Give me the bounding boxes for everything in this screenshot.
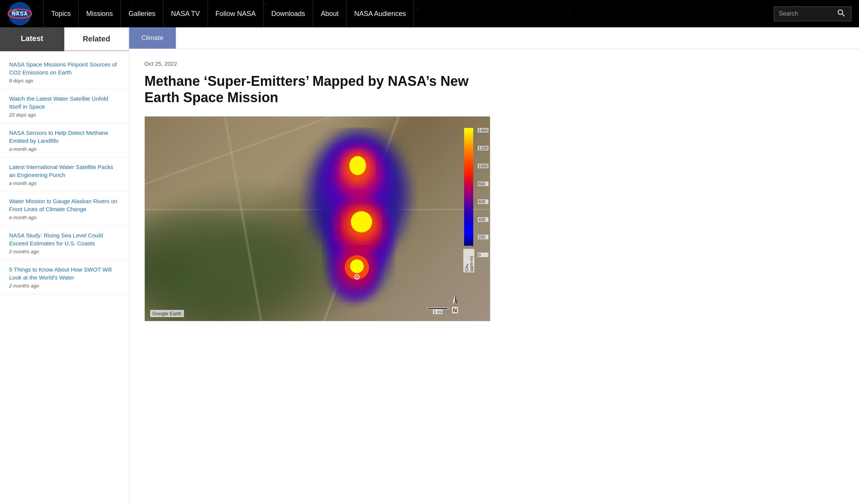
content-area: Climate Oct 25, 2022 Methane ‘Super-Emit… (129, 27, 859, 504)
sidebar-tabs: Latest Related (0, 27, 129, 51)
nav-item-downloads[interactable]: Downloads (264, 0, 313, 27)
article-link[interactable]: Watch the Latest Water Satellite Unfold … (9, 95, 120, 111)
svg-point-22 (356, 276, 358, 278)
scale-unit: CH₄ (ppm·m) (463, 249, 474, 272)
content-tabs: Climate (129, 27, 859, 49)
methane-plume-overlay (290, 128, 427, 310)
list-item: Water Mission to Gauge Alaskan Rivers on… (0, 192, 129, 226)
search-input[interactable] (779, 10, 836, 17)
time-ago: 2 months ago (9, 283, 120, 289)
methane-map-image: 1400 1200 1000 800 600 400 200 0 CH₄ (pp… (144, 116, 490, 321)
sidebar-list: NASA Space Missions Pinpoint Sources of … (0, 51, 129, 298)
article-image-container: 1400 1200 1000 800 600 400 200 0 CH₄ (pp… (144, 116, 490, 321)
list-item: NASA Study: Rising Sea Level Could Excee… (0, 226, 129, 260)
list-item: 5 Things to Know About How SWOT Will Loo… (0, 260, 129, 294)
list-item: NASA Sensors to Help Detect Methane Emit… (0, 123, 129, 158)
scale-label-800: 800 (478, 182, 488, 186)
scale-gradient (464, 128, 473, 246)
time-ago: a month ago (9, 215, 120, 220)
tab-related[interactable]: Related (64, 27, 129, 51)
time-ago: 2 months ago (9, 249, 120, 254)
scale-bar-label: 1 mi (433, 310, 442, 314)
search-form (774, 6, 851, 21)
main-nav: NASA Topics Missions Galleries NASA TV F… (0, 0, 859, 27)
search-button[interactable] (836, 9, 846, 19)
time-ago: a month ago (9, 180, 120, 186)
svg-point-18 (349, 156, 366, 175)
scale-label-400: 400 (478, 217, 488, 222)
svg-line-6 (842, 14, 845, 16)
color-scale: 1400 1200 1000 800 600 400 200 0 CH₄ (pp… (463, 128, 475, 272)
scale-label-600: 600 (478, 199, 488, 204)
nav-item-nasa-tv[interactable]: NASA TV (163, 0, 208, 27)
scale-bar: 1 mi (427, 308, 448, 314)
svg-point-19 (351, 211, 372, 232)
nav-item-about[interactable]: About (313, 0, 347, 27)
svg-marker-24 (453, 294, 455, 304)
scale-label-1200: 1200 (478, 146, 488, 150)
list-item: Watch the Latest Water Satellite Unfold … (0, 89, 129, 123)
article-content: Oct 25, 2022 Methane ‘Super-Emitters’ Ma… (129, 49, 859, 333)
svg-point-20 (350, 259, 364, 273)
nav-item-galleries[interactable]: Galleries (121, 0, 163, 27)
article-title: Methane ‘Super-Emitters’ Mapped by NASA’… (144, 73, 471, 106)
list-item: NASA Space Missions Pinpoint Sources of … (0, 55, 129, 89)
time-ago: 8 days ago (9, 78, 120, 84)
time-ago: a month ago (9, 146, 120, 152)
nav-items: Topics Missions Galleries NASA TV Follow… (43, 0, 766, 27)
article-date: Oct 25, 2022 (144, 60, 844, 67)
nasa-logo[interactable]: NASA (8, 2, 32, 26)
nav-item-topics[interactable]: Topics (43, 0, 79, 27)
nav-item-follow-nasa[interactable]: Follow NASA (208, 0, 264, 27)
north-label: N (452, 307, 458, 313)
time-ago: 20 days ago (9, 112, 120, 118)
article-link[interactable]: Water Mission to Gauge Alaskan Rivers on… (9, 197, 120, 213)
nav-item-nasa-audiences[interactable]: NASA Audiences (347, 0, 414, 27)
tab-climate[interactable]: Climate (129, 27, 176, 49)
article-link[interactable]: NASA Sensors to Help Detect Methane Emit… (9, 129, 120, 145)
map-attribution: Google Earth (150, 310, 184, 317)
scale-label-0: 0 (478, 253, 488, 257)
main-container: Latest Related NASA Space Missions Pinpo… (0, 27, 859, 504)
article-link[interactable]: 5 Things to Know About How SWOT Will Loo… (9, 265, 120, 281)
nav-item-missions[interactable]: Missions (79, 0, 121, 27)
tab-latest[interactable]: Latest (0, 27, 64, 51)
scale-label-1000: 1000 (478, 164, 488, 168)
scale-label-200: 200 (478, 235, 488, 239)
article-link[interactable]: Latest International Water Satellite Pac… (9, 163, 120, 179)
article-link[interactable]: NASA Study: Rising Sea Level Could Excee… (9, 231, 120, 247)
article-link[interactable]: NASA Space Missions Pinpoint Sources of … (9, 60, 120, 76)
svg-point-5 (838, 10, 843, 14)
sidebar: Latest Related NASA Space Missions Pinpo… (0, 27, 129, 504)
north-indicator: N (450, 293, 460, 313)
list-item: Latest International Water Satellite Pac… (0, 158, 129, 192)
scale-label-1400: 1400 (478, 128, 488, 133)
